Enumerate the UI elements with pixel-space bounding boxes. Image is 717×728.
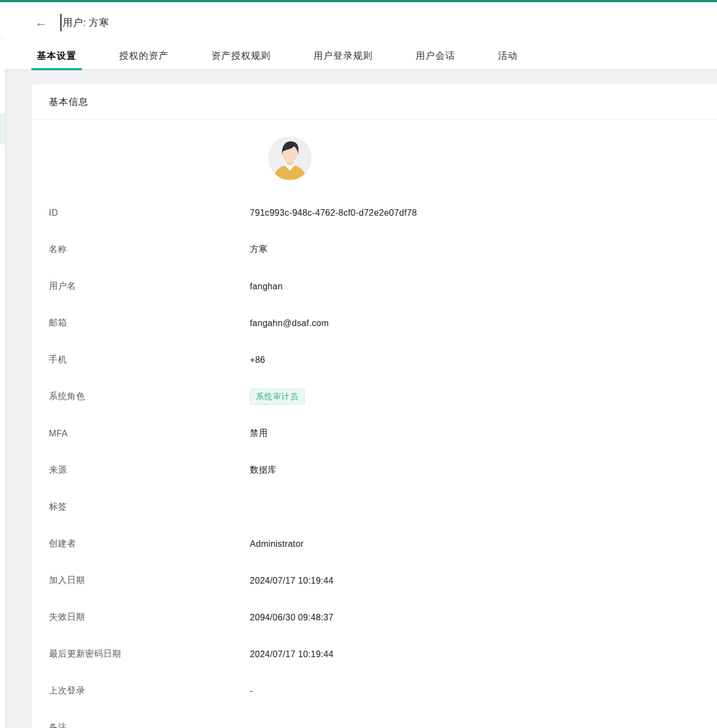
- field-label: 系统角色: [32, 391, 250, 402]
- field-label: 失效日期: [32, 612, 250, 623]
- title-area[interactable]: 用户: 方寒: [60, 12, 109, 33]
- field-label: ID: [32, 208, 250, 218]
- row-username: 用户名 fanghan: [32, 268, 717, 305]
- field-value: 方寒: [250, 244, 268, 255]
- field-list: ID 791c993c-948c-4762-8cf0-d72e2e07df78 …: [32, 194, 717, 728]
- row-phone: 手机 +86: [32, 341, 717, 378]
- tab-basic-settings[interactable]: 基本设置: [31, 44, 82, 70]
- field-value: 系统审计员: [250, 389, 305, 405]
- row-name: 名称 方寒: [32, 231, 717, 268]
- field-value: 2024/07/17 10:19:44: [250, 649, 334, 659]
- field-value: Administrator: [250, 539, 304, 549]
- field-value: +86: [250, 355, 265, 365]
- row-created-by: 创建者 Administrator: [32, 525, 717, 562]
- basic-info-card: 基本信息 ID 791c993c-948c-4762-8cf0-d72e2e07…: [31, 83, 717, 728]
- row-email: 邮箱 fangahn@dsaf.com: [32, 305, 717, 341]
- field-label: 标签: [32, 501, 250, 513]
- page-title: 用户: 方寒: [63, 16, 109, 29]
- field-label: 邮箱: [32, 317, 250, 329]
- back-arrow-icon: ←: [35, 15, 47, 29]
- tab-user-login-rules[interactable]: 用户登录规则: [308, 44, 378, 70]
- brand-top-bar: [0, 0, 717, 2]
- tab-authorized-assets[interactable]: 授权的资产: [114, 44, 174, 70]
- field-value: 数据库: [250, 464, 277, 476]
- card-title: 基本信息: [49, 96, 88, 108]
- back-button[interactable]: ←: [33, 14, 49, 31]
- row-date-joined: 加入日期 2024/07/17 10:19:44: [32, 562, 717, 599]
- tab-bar: 基本设置 授权的资产 资产授权规则 用户登录规则 用户会话 活动: [31, 44, 555, 70]
- user-avatar: [268, 136, 312, 180]
- content-area: 基本信息 ID 791c993c-948c-4762-8cf0-d72e2e07…: [5, 70, 717, 728]
- field-label: MFA: [32, 429, 250, 439]
- field-value: 2094/06/30 09:48:37: [250, 613, 334, 623]
- collapsed-sidebar[interactable]: [0, 2, 5, 728]
- row-source: 来源 数据库: [32, 452, 717, 489]
- row-comment: 备注: [32, 709, 717, 728]
- field-label: 创建者: [32, 538, 250, 550]
- field-value: -: [250, 686, 253, 696]
- text-cursor: [60, 14, 61, 31]
- row-mfa: MFA 禁用: [32, 415, 717, 452]
- row-labels: 标签: [32, 489, 717, 525]
- card-body: ID 791c993c-948c-4762-8cf0-d72e2e07df78 …: [32, 120, 717, 728]
- tab-user-sessions[interactable]: 用户会话: [410, 44, 461, 70]
- field-label: 手机: [32, 354, 250, 366]
- sidebar-divider: [0, 38, 5, 38]
- field-label: 备注: [32, 722, 250, 728]
- field-value: fanghan: [250, 282, 283, 292]
- card-header: 基本信息: [32, 84, 717, 120]
- sidebar-active-item-edge: [0, 114, 5, 144]
- tab-asset-permission-rules[interactable]: 资产授权规则: [206, 44, 276, 70]
- row-system-role: 系统角色 系统审计员: [32, 378, 717, 415]
- field-label: 最后更新密码日期: [32, 648, 250, 660]
- field-label: 来源: [32, 464, 250, 476]
- page-header: ← 用户: 方寒 基本设置 授权的资产 资产授权规则 用户登录规则 用户会话 活…: [5, 2, 717, 70]
- field-label: 上次登录: [32, 685, 250, 697]
- system-role-badge: 系统审计员: [250, 389, 305, 405]
- field-value: 791c993c-948c-4762-8cf0-d72e2e07df78: [250, 208, 417, 218]
- tab-activity[interactable]: 活动: [492, 44, 523, 70]
- row-date-expired: 失效日期 2094/06/30 09:48:37: [32, 599, 717, 636]
- row-password-updated: 最后更新密码日期 2024/07/17 10:19:44: [32, 636, 717, 673]
- row-id: ID 791c993c-948c-4762-8cf0-d72e2e07df78: [32, 194, 717, 231]
- field-label: 用户名: [32, 281, 250, 292]
- field-value: 禁用: [250, 428, 268, 439]
- row-last-login: 上次登录 -: [32, 673, 717, 709]
- field-label: 加入日期: [32, 575, 250, 586]
- field-label: 名称: [32, 244, 250, 255]
- field-value: 2024/07/17 10:19:44: [250, 576, 334, 586]
- field-value: fangahn@dsaf.com: [250, 318, 329, 328]
